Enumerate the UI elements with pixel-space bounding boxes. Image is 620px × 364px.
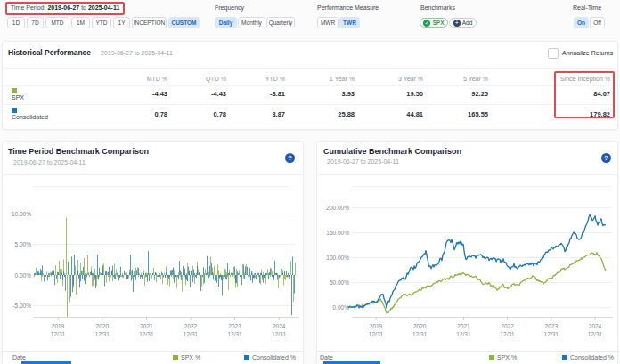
svg-text:2022: 2022 [501,323,514,329]
svg-text:2021: 2021 [457,323,470,329]
svg-text:2019: 2019 [52,323,65,329]
svg-text:2020: 2020 [96,323,110,329]
svg-text:12/31: 12/31 [184,331,199,337]
svg-text:50.00%: 50.00% [330,279,349,286]
svg-text:0.00%: 0.00% [15,272,32,279]
svg-text:2019: 2019 [370,323,383,329]
svg-text:12/31: 12/31 [139,331,154,337]
svg-text:12/31: 12/31 [227,331,242,337]
svg-text:10.00%: 10.00% [12,211,31,217]
svg-text:12/31: 12/31 [51,331,66,337]
svg-text:12/31: 12/31 [456,331,471,337]
svg-text:2023: 2023 [228,323,241,329]
svg-text:2024: 2024 [273,323,286,329]
svg-text:12/31: 12/31 [412,331,428,337]
svg-text:12/31: 12/31 [369,331,384,337]
svg-text:12/31: 12/31 [588,331,603,337]
svg-text:5.00%: 5.00% [15,241,32,247]
svg-text:2023: 2023 [545,323,559,329]
svg-text:100.00%: 100.00% [326,255,349,261]
svg-text:-5.00%: -5.00% [12,303,31,309]
svg-text:2024: 2024 [589,323,602,329]
svg-text:2021: 2021 [140,323,153,329]
svg-text:200.00%: 200.00% [326,205,349,211]
svg-text:150.00%: 150.00% [326,230,349,236]
svg-text:0.00%: 0.00% [333,304,350,311]
svg-text:2020: 2020 [413,323,427,329]
svg-text:12/31: 12/31 [500,331,515,337]
svg-text:12/31: 12/31 [544,331,559,337]
svg-text:12/31: 12/31 [95,331,110,337]
svg-text:2022: 2022 [184,323,198,329]
svg-text:12/31: 12/31 [272,331,287,337]
